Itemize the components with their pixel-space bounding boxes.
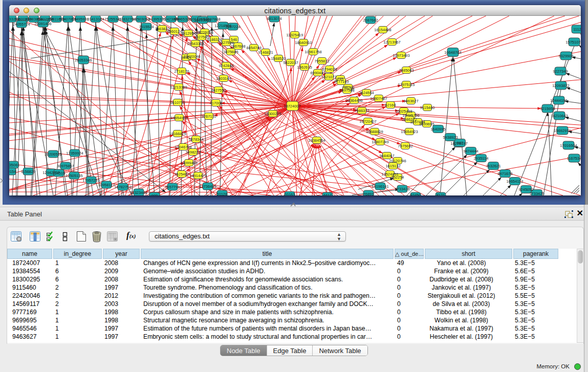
svg-text:16033809: 16033809 xyxy=(194,18,211,23)
svg-text:3875685: 3875685 xyxy=(223,50,238,54)
svg-text:12323446: 12323446 xyxy=(130,190,147,195)
svg-text:10958117: 10958117 xyxy=(98,183,115,187)
svg-text:7975692: 7975692 xyxy=(398,144,412,148)
svg-text:1621072: 1621072 xyxy=(321,75,336,79)
svg-text:998: 998 xyxy=(151,193,158,196)
svg-text:3498222: 3498222 xyxy=(185,150,200,155)
svg-text:28053346: 28053346 xyxy=(75,58,92,62)
svg-text:8860124: 8860124 xyxy=(167,29,182,34)
svg-text:23226058: 23226058 xyxy=(196,30,213,35)
svg-text:1733425: 1733425 xyxy=(529,191,544,196)
svg-text:8427552: 8427552 xyxy=(211,88,226,93)
svg-text:12213369: 12213369 xyxy=(170,85,187,90)
svg-text:18640910: 18640910 xyxy=(295,40,312,45)
svg-text:92450: 92450 xyxy=(410,193,421,196)
svg-text:10654112: 10654112 xyxy=(507,179,524,184)
svg-text:10961758: 10961758 xyxy=(304,50,321,54)
svg-text:20206535: 20206535 xyxy=(45,152,61,157)
svg-text:687: 687 xyxy=(457,141,464,145)
svg-text:12505135: 12505135 xyxy=(66,173,82,178)
svg-text:417006: 417006 xyxy=(209,101,222,105)
svg-text:20091406: 20091406 xyxy=(34,21,51,26)
svg-text:9463627: 9463627 xyxy=(403,99,418,103)
svg-text:10973493: 10973493 xyxy=(393,53,409,58)
svg-text:6794028: 6794028 xyxy=(322,67,337,72)
svg-text:17975115: 17975115 xyxy=(398,82,415,87)
svg-text:03413164: 03413164 xyxy=(87,17,104,21)
svg-text:114519: 114519 xyxy=(53,171,65,176)
svg-text:18724007: 18724007 xyxy=(284,104,300,108)
svg-text:12444196: 12444196 xyxy=(550,98,567,103)
svg-text:3267110: 3267110 xyxy=(202,114,216,119)
svg-text:1733426: 1733426 xyxy=(395,187,409,191)
svg-text:17957253: 17957253 xyxy=(82,178,99,183)
svg-text:24055724: 24055724 xyxy=(13,22,30,27)
svg-text:12093872: 12093872 xyxy=(552,83,569,88)
svg-text:4417: 4417 xyxy=(323,193,332,196)
svg-text:10807487: 10807487 xyxy=(370,96,387,101)
svg-text:10688609: 10688609 xyxy=(366,129,383,134)
svg-text:20163: 20163 xyxy=(285,192,295,196)
svg-text:5822037: 5822037 xyxy=(283,60,298,65)
svg-text:19654985: 19654985 xyxy=(170,116,187,120)
svg-text:11325419: 11325419 xyxy=(287,33,303,37)
svg-text:7515524: 7515524 xyxy=(139,25,154,29)
svg-text:1362615: 1362615 xyxy=(297,65,312,70)
svg-text:8121: 8121 xyxy=(437,193,445,196)
svg-text:3215958: 3215958 xyxy=(540,106,555,111)
svg-text:1615132: 1615132 xyxy=(385,164,400,168)
svg-text:23420046: 23420046 xyxy=(183,54,200,59)
svg-text:3624554: 3624554 xyxy=(359,91,374,95)
svg-text:7955812: 7955812 xyxy=(314,59,329,63)
svg-text:76893: 76893 xyxy=(363,192,374,196)
svg-text:1557404: 1557404 xyxy=(410,120,425,124)
svg-text:9657791: 9657791 xyxy=(165,185,180,189)
svg-text:2935114: 2935114 xyxy=(474,156,489,161)
svg-text:8813074: 8813074 xyxy=(267,16,281,21)
svg-text:14099489: 14099489 xyxy=(180,161,197,165)
svg-text:15751074: 15751074 xyxy=(565,40,581,45)
svg-text:9115460: 9115460 xyxy=(420,105,435,110)
svg-text:15300275: 15300275 xyxy=(264,112,281,116)
svg-text:16154808: 16154808 xyxy=(374,28,391,32)
svg-text:51128: 51128 xyxy=(217,192,227,196)
svg-text:10543362: 10543362 xyxy=(187,41,204,46)
svg-text:12213967: 12213967 xyxy=(383,40,400,45)
svg-text:20120746: 20120746 xyxy=(389,159,406,163)
svg-text:19384554: 19384554 xyxy=(308,138,325,143)
svg-text:9242848: 9242848 xyxy=(219,63,233,68)
svg-text:9777169: 9777169 xyxy=(334,79,349,84)
svg-text:62160: 62160 xyxy=(385,103,396,107)
svg-text:2718176: 2718176 xyxy=(174,69,189,74)
svg-text:9474444: 9474444 xyxy=(463,149,478,154)
svg-text:1640995: 1640995 xyxy=(430,127,445,132)
svg-text:1156829: 1156829 xyxy=(21,169,36,174)
svg-text:7632621: 7632621 xyxy=(486,164,500,168)
svg-text:8912954: 8912954 xyxy=(181,31,195,36)
svg-text:7485063: 7485063 xyxy=(399,68,413,73)
svg-text:14196141: 14196141 xyxy=(372,184,388,189)
svg-text:19654923: 19654923 xyxy=(401,129,418,134)
svg-text:16210643: 16210643 xyxy=(551,114,568,118)
svg-text:8471676: 8471676 xyxy=(497,171,512,176)
svg-text:15720407: 15720407 xyxy=(359,119,376,124)
svg-text:1610755: 1610755 xyxy=(170,100,185,105)
svg-text:83503056: 83503056 xyxy=(133,17,149,21)
svg-text:1167534: 1167534 xyxy=(567,156,581,161)
svg-text:18807249: 18807249 xyxy=(372,140,388,144)
svg-text:9227349: 9227349 xyxy=(553,69,568,74)
svg-text:7357224: 7357224 xyxy=(225,25,240,29)
svg-text:9684067: 9684067 xyxy=(379,154,394,158)
svg-text:20364436: 20364436 xyxy=(345,98,362,103)
svg-text:39154: 39154 xyxy=(9,169,16,174)
svg-text:16782759: 16782759 xyxy=(114,185,131,189)
svg-text:13736485: 13736485 xyxy=(199,184,216,189)
svg-text:19166825: 19166825 xyxy=(169,132,186,136)
svg-text:2867608: 2867608 xyxy=(230,44,245,49)
svg-text:17359924: 17359924 xyxy=(66,151,83,156)
svg-text:5878344: 5878344 xyxy=(188,137,203,142)
svg-text:9146821: 9146821 xyxy=(258,50,273,55)
svg-text:6497568: 6497568 xyxy=(339,88,354,93)
svg-text:9329906: 9329906 xyxy=(558,54,573,58)
svg-text:19914479: 19914479 xyxy=(189,173,206,178)
